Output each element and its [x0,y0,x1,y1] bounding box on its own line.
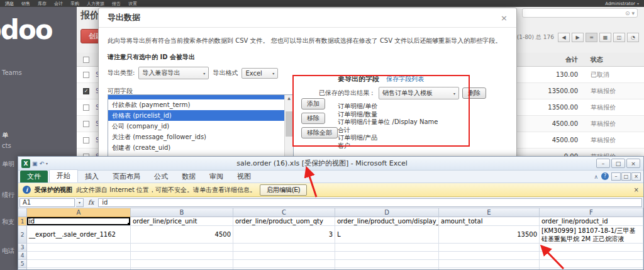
sidebar-item[interactable]: 单明 [2,160,14,169]
row-checkbox-checked[interactable]: ✓ [83,88,89,94]
column-header-D[interactable]: D [335,208,439,217]
topbar-menu[interactable]: 报告 [112,1,121,7]
chevron-down-icon[interactable]: ▾ [76,198,84,207]
row-header-1[interactable]: 1 [18,217,27,226]
export-field-item[interactable]: 合计 [338,127,511,135]
cell[interactable]: order_line/product_uom/display_name [335,217,439,226]
tab-formulas[interactable]: 公式 [147,171,175,183]
cell[interactable] [439,244,540,252]
help-icon[interactable]: ? [601,172,609,180]
cell[interactable]: L [335,226,439,244]
sidebar-item[interactable]: 绩行 [2,191,14,200]
export-type-select[interactable]: 导入兼容导出 ▾ [138,67,209,79]
cell[interactable] [335,260,439,268]
select-all-corner[interactable] [18,208,27,217]
cell[interactable] [439,252,540,260]
cell[interactable] [27,260,131,268]
topbar-menu[interactable]: 库存 [38,1,47,7]
cell[interactable] [540,268,643,269]
topbar-menu[interactable]: 销售 [21,1,30,7]
maximize-icon[interactable]: □ [611,159,625,168]
list-item[interactable]: 公司 (company_id) [108,121,293,132]
topbar-menu[interactable]: 设置 [128,1,137,7]
column-header-E[interactable]: E [439,208,540,217]
cell-A1[interactable]: id [27,217,131,226]
cell[interactable] [131,244,233,252]
close-icon[interactable]: × [626,159,640,168]
cell[interactable] [27,244,131,252]
pivot-view-icon[interactable]: ◔ [627,33,639,42]
undo-icon[interactable]: ↶ [40,160,45,167]
export-field-item[interactable]: 订单明细/数量 [338,111,511,119]
close-icon[interactable]: × [501,13,508,23]
formula-input[interactable]: id [98,198,642,207]
cell[interactable] [335,244,439,252]
sidebar-item[interactable]: 电话 [2,247,14,256]
topbar-menu[interactable]: 消息 [5,1,14,7]
list-item[interactable]: 关注者 (message_follower_ids) [108,132,293,142]
row-checkbox[interactable] [83,137,89,143]
cell[interactable] [27,252,131,260]
cell[interactable] [439,268,540,269]
select-all-checkbox[interactable] [83,57,89,63]
column-header-C[interactable]: C [233,208,335,217]
cell[interactable] [439,260,540,268]
tab-view[interactable]: 视图 [230,171,258,183]
export-field-item[interactable]: 客户 [338,142,511,150]
scroll-up-icon[interactable]: ▲ [285,96,293,100]
save-icon[interactable]: ▣ [32,160,38,167]
tab-page-layout[interactable]: 页面布局 [106,171,147,183]
cell[interactable]: 3 [233,226,335,244]
collapse-ribbon-icon[interactable]: ∧ [594,174,598,180]
cell[interactable]: [KM30999] 18107-18-1/三甲基硅基重氮甲烷 2M 正己烷溶液 [540,226,643,244]
user-menu[interactable]: Administrator ▾ [605,1,639,6]
cell[interactable]: amount_total [439,217,540,226]
cell[interactable] [335,268,439,269]
restore-icon[interactable]: □ [621,172,631,181]
row-checkbox[interactable] [83,72,89,78]
scrollbar-thumb[interactable] [286,111,292,137]
save-fields-list-link[interactable]: 保存字段列表 [386,76,424,82]
chevron-down-icon[interactable]: ▾ [46,161,48,166]
cell[interactable] [27,268,131,269]
export-field-item[interactable]: 订单明细/产品 [338,134,511,142]
row-checkbox[interactable] [83,104,89,111]
cell[interactable] [131,252,233,260]
name-box[interactable]: A1 [19,198,75,207]
list-item[interactable] [108,95,293,99]
prev-page-button[interactable]: ◀ [558,33,570,42]
excel-titlebar[interactable]: X ▣ ↶ ▾ sale.order (16).xls [受保护的视图] - M… [18,157,643,171]
sidebar-item[interactable]: cts [2,142,11,149]
cell[interactable] [540,260,643,268]
export-field-item[interactable]: 订单明细/单价 [338,103,511,111]
saved-export-select[interactable]: 销售订单导入模板 ▾ [379,87,459,99]
row-checkbox[interactable] [83,121,89,127]
tab-data[interactable]: 数据 [175,171,203,183]
cell[interactable]: order_line/price_unit [131,217,233,226]
search-icon[interactable]: ⊙ [625,10,630,16]
column-header-A[interactable]: A [27,208,131,217]
sidebar-item[interactable]: 和支 [2,218,14,227]
sidebar-item-active[interactable]: 单 [2,131,8,140]
topbar-menu[interactable]: 人力资源 [87,1,104,7]
row-header-3[interactable]: 3 [18,244,27,252]
cell[interactable]: 4500 [131,226,233,244]
export-field-item[interactable]: 订单明细/计量单位 /Display Name [338,118,511,127]
column-header-F[interactable]: F [540,208,643,217]
cell[interactable] [233,260,335,268]
close-icon[interactable]: × [634,186,639,193]
row-header-4[interactable]: 4 [18,252,27,260]
tab-file[interactable]: 文件 [20,171,48,183]
close-icon[interactable]: × [631,172,641,181]
cell[interactable] [131,268,233,269]
tab-review[interactable]: 审阅 [203,171,230,183]
search-input[interactable]: ⊙ ▾ [522,8,638,18]
cell[interactable]: order_line/product_uom_qty [233,217,335,226]
cell[interactable] [233,252,335,260]
search-caret-icon[interactable]: ▾ [631,10,635,16]
sidebar-item[interactable]: Teams [2,69,22,76]
tab-home[interactable]: 开始 [49,169,78,183]
topbar-menu[interactable]: 采购 [70,1,79,7]
cell[interactable] [233,244,335,252]
fx-icon[interactable]: fx [88,199,94,206]
